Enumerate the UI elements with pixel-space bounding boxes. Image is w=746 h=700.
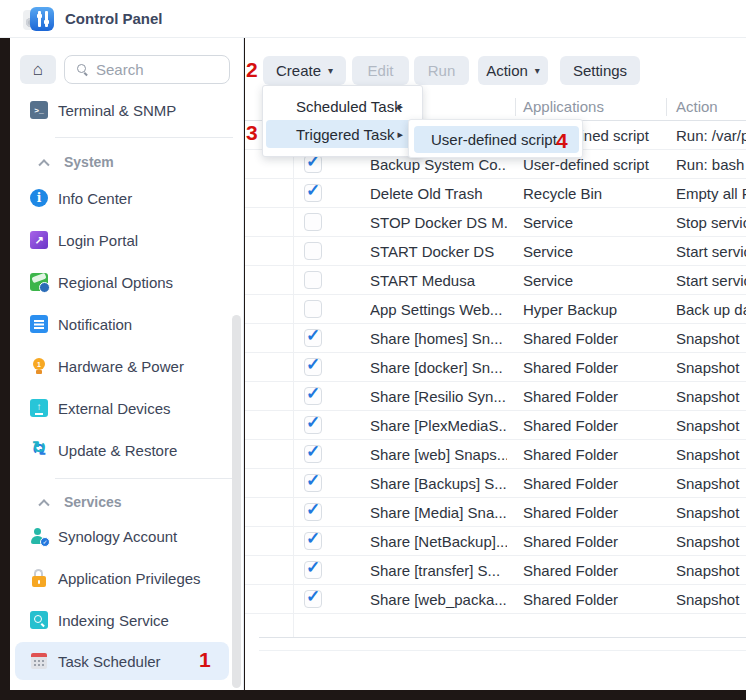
row-checkbox[interactable]: ✓ <box>304 242 322 260</box>
sidebar-item-label: Application Privileges <box>58 570 201 587</box>
table-row[interactable]: ✓ Share [PlexMediaS... Shared Folder Sna… <box>245 411 746 440</box>
create-button[interactable]: Create▾ <box>263 56 346 85</box>
sidebar-item-label: Indexing Service <box>58 612 169 629</box>
table-row[interactable]: ✓ Share [docker] Sn... Shared Folder Sna… <box>245 353 746 382</box>
chevron-down-icon: ▾ <box>535 65 540 76</box>
sidebar-item-info-center[interactable]: i Info Center <box>10 183 238 213</box>
edit-button[interactable]: Edit <box>352 56 409 85</box>
applications-cell: Service <box>523 208 665 237</box>
row-checkbox[interactable]: ✓ <box>304 213 322 231</box>
section-label: System <box>64 154 114 170</box>
action-cell: Snapshot <box>676 527 746 556</box>
regional-options-icon <box>30 273 48 291</box>
action-cell: Back up da <box>676 295 746 324</box>
run-button[interactable]: Run <box>414 56 469 85</box>
check-icon: ✓ <box>306 470 320 491</box>
sidebar-item-label: Info Center <box>58 190 132 207</box>
row-checkbox[interactable]: ✓ <box>304 590 322 608</box>
action-button[interactable]: Action▾ <box>478 56 548 85</box>
row-checkbox[interactable]: ✓ <box>304 329 322 347</box>
task-name-cell: Delete Old Trash <box>370 179 507 208</box>
task-name-cell: Share [transfer] S... <box>370 556 507 585</box>
info-icon: i <box>30 189 48 207</box>
search-input[interactable]: Search <box>64 55 230 84</box>
page-title: Control Panel <box>65 10 163 27</box>
sidebar-item-label: Task Scheduler <box>58 653 161 670</box>
row-checkbox[interactable]: ✓ <box>304 503 322 521</box>
row-checkbox[interactable]: ✓ <box>304 561 322 579</box>
sidebar-item-update-restore[interactable]: ↻↻ Update & Restore <box>10 435 238 465</box>
sidebar-divider <box>55 478 233 479</box>
action-cell: Empty all R <box>676 179 746 208</box>
task-name-cell: Share [web] Snaps... <box>370 440 507 469</box>
table-row[interactable]: ✓ Share [Backups] S... Shared Folder Sna… <box>245 469 746 498</box>
applications-cell: Shared Folder <box>523 411 665 440</box>
check-icon: ✓ <box>306 412 320 433</box>
terminal-icon: >_ <box>30 101 48 119</box>
annotation-3: 3 <box>246 121 258 145</box>
applications-cell: Shared Folder <box>523 469 665 498</box>
check-icon: ✓ <box>306 354 320 375</box>
notification-icon <box>30 315 48 333</box>
applications-cell: Shared Folder <box>523 440 665 469</box>
table-row[interactable]: ✓ Share [Resilio Syn... Shared Folder Sn… <box>245 382 746 411</box>
row-checkbox[interactable]: ✓ <box>304 387 322 405</box>
row-checkbox[interactable]: ✓ <box>304 155 322 173</box>
table-row[interactable]: ✓ App Settings Web... Hyper Backup Back … <box>245 295 746 324</box>
row-checkbox[interactable]: ✓ <box>304 271 322 289</box>
sidebar-item-hardware-power[interactable]: 1 Hardware & Power <box>10 351 238 381</box>
row-checkbox[interactable]: ✓ <box>304 474 322 492</box>
section-label: Services <box>64 494 122 510</box>
menu-item-scheduled-task[interactable]: Scheduled Task ▸ <box>266 92 413 120</box>
section-header-system[interactable]: System <box>10 150 238 174</box>
sidebar-item-login-portal[interactable]: ↗ Login Portal <box>10 225 238 255</box>
table-row[interactable]: ✓ STOP Docker DS M... Service Stop servi… <box>245 208 746 237</box>
sidebar-scrollbar[interactable] <box>232 315 241 688</box>
task-name-cell: App Settings Web... <box>370 295 507 324</box>
column-header-applications[interactable]: Applications <box>523 93 604 121</box>
row-checkbox[interactable]: ✓ <box>304 532 322 550</box>
sidebar-item-external-devices[interactable]: ↑ External Devices <box>10 393 238 423</box>
sidebar-item-notification[interactable]: Notification <box>10 309 238 339</box>
sidebar-item-application-privileges[interactable]: Application Privileges <box>10 563 238 593</box>
sidebar-item-regional-options[interactable]: Regional Options <box>10 267 238 297</box>
magnifier-doc-icon <box>30 611 48 629</box>
table-row[interactable]: ✓ Share [Media] Sna... Shared Folder Sna… <box>245 498 746 527</box>
task-name-cell: Share [NetBackup]... <box>370 527 507 556</box>
settings-button[interactable]: Settings <box>560 56 640 85</box>
sidebar-item-indexing-service[interactable]: Indexing Service <box>10 605 238 635</box>
row-checkbox[interactable]: ✓ <box>304 416 322 434</box>
row-checkbox[interactable]: ✓ <box>304 358 322 376</box>
check-icon: ✓ <box>306 441 320 462</box>
check-icon: ✓ <box>306 325 320 346</box>
submenu-arrow-icon: ▸ <box>397 100 403 113</box>
column-header-action[interactable]: Action <box>676 93 718 121</box>
sidebar-item-terminal-snmp[interactable]: >_ Terminal & SNMP <box>10 95 238 125</box>
row-checkbox[interactable]: ✓ <box>304 300 322 318</box>
table-row[interactable]: ✓ Share [transfer] S... Shared Folder Sn… <box>245 556 746 585</box>
menu-item-triggered-task[interactable]: Triggered Task ▸ <box>266 120 413 148</box>
table-row[interactable]: ✓ START Medusa Service Start servic <box>245 266 746 295</box>
row-checkbox[interactable]: ✓ <box>304 445 322 463</box>
section-header-services[interactable]: Services <box>10 490 238 514</box>
titlebar: Control Panel <box>0 0 746 38</box>
action-cell: Start servic <box>676 237 746 266</box>
sidebar-item-label: Hardware & Power <box>58 358 184 375</box>
row-checkbox[interactable]: ✓ <box>304 184 322 202</box>
table-row[interactable]: ✓ Share [homes] Sn... Shared Folder Snap… <box>245 324 746 353</box>
applications-cell: Service <box>523 266 665 295</box>
applications-cell: Shared Folder <box>523 585 665 614</box>
table-row[interactable]: ✓ START Docker DS Service Start servic <box>245 237 746 266</box>
table-row[interactable]: ✓ Share [NetBackup]... Shared Folder Sna… <box>245 527 746 556</box>
sidebar-item-synology-account[interactable]: ✓ Synology Account <box>10 521 238 551</box>
table-row[interactable]: ✓ Share [web] Snaps... Shared Folder Sna… <box>245 440 746 469</box>
annotation-1: 1 <box>199 648 211 672</box>
applications-cell: Shared Folder <box>523 324 665 353</box>
menu-item-user-defined-script[interactable]: User-defined script <box>414 126 579 153</box>
user-account-icon: ✓ <box>30 527 48 545</box>
table-row[interactable]: ✓ Share [web_packa... Shared Folder Snap… <box>245 585 746 614</box>
home-button[interactable]: ⌂ <box>20 55 56 84</box>
table-end-line <box>259 650 746 651</box>
table-row[interactable]: ✓ Delete Old Trash Recycle Bin Empty all… <box>245 179 746 208</box>
update-restore-icon: ↻↻ <box>30 441 48 459</box>
